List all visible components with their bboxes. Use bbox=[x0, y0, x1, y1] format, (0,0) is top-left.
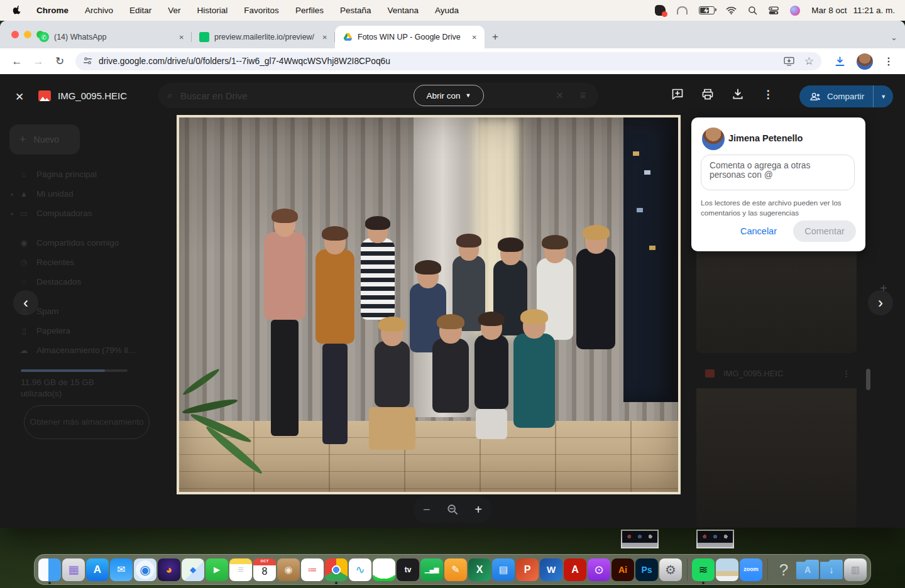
more-options-kebab-icon[interactable]: ⋮ bbox=[760, 87, 776, 102]
browser-menu-kebab-icon[interactable]: ⋮ bbox=[884, 55, 894, 67]
dock-icon-trash[interactable]: ▥ bbox=[843, 555, 867, 584]
zoom-magnifier-icon[interactable] bbox=[447, 504, 458, 515]
dock-icon-chrome[interactable] bbox=[324, 555, 348, 584]
dock-icon-applications-folder[interactable]: A bbox=[796, 555, 820, 584]
wifi-icon[interactable] bbox=[726, 6, 737, 14]
dock-icon-messages[interactable] bbox=[372, 555, 396, 584]
dock-icon-launchpad[interactable]: ▦ bbox=[62, 555, 85, 584]
bookmark-star-icon[interactable]: ☆ bbox=[804, 55, 814, 68]
print-icon[interactable] bbox=[700, 87, 715, 102]
dock-icon-zoom[interactable]: zoom bbox=[739, 555, 763, 584]
dock-icon-keynote[interactable]: ▤ bbox=[491, 555, 515, 584]
dock-icon-mail[interactable]: ✉ bbox=[109, 555, 133, 584]
desktop-screenshot-thumbnail[interactable] bbox=[621, 530, 659, 548]
tab-whatsapp[interactable]: (14) WhatsApp✕ bbox=[31, 26, 192, 48]
dock-icon-photoshop[interactable]: Ps bbox=[635, 555, 659, 584]
reload-button[interactable]: ↻ bbox=[49, 55, 70, 68]
share-dropdown-caret-icon[interactable]: ▼ bbox=[874, 85, 893, 107]
dock-icon-pages[interactable]: ✎ bbox=[444, 555, 468, 584]
back-button[interactable]: ← bbox=[6, 55, 28, 68]
profile-avatar[interactable] bbox=[857, 53, 873, 70]
menubar-item[interactable]: Editar bbox=[121, 6, 160, 15]
menubar-item[interactable]: Historial bbox=[189, 6, 236, 15]
dock-icon-spotify[interactable]: ≋ bbox=[691, 555, 715, 584]
window-close-button[interactable] bbox=[11, 31, 19, 38]
new-tab-button[interactable]: + bbox=[492, 31, 498, 43]
previous-photo-button[interactable]: ‹ bbox=[13, 290, 38, 315]
open-with-button[interactable]: Abrir con ▼ bbox=[414, 85, 484, 106]
sidebar-item-label: Almacenamiento (79% ll… bbox=[36, 346, 136, 355]
dock-icon-excel[interactable]: X bbox=[468, 555, 491, 584]
zoom-in-plus-icon[interactable]: + bbox=[474, 503, 482, 517]
menubar-item[interactable]: Ayuda bbox=[427, 6, 467, 15]
install-app-icon[interactable] bbox=[784, 57, 794, 66]
comment-submit-button[interactable]: Comentar bbox=[793, 220, 856, 242]
dock-icon-contacts[interactable]: ◉ bbox=[277, 555, 300, 584]
search-filter-icon: ⩸ bbox=[580, 90, 586, 101]
tab-close-icon[interactable]: ✕ bbox=[178, 33, 185, 42]
download-icon[interactable] bbox=[730, 87, 745, 102]
menubar-item[interactable]: Ver bbox=[160, 6, 189, 15]
menubar-item[interactable]: Pestaña bbox=[332, 6, 380, 15]
dock-icon-word[interactable]: W bbox=[539, 555, 563, 584]
cancel-button[interactable]: Cancelar bbox=[740, 226, 777, 236]
share-button[interactable]: Compartir ▼ bbox=[799, 85, 893, 107]
tab-mailerlite[interactable]: preview.mailerlite.io/preview/✕ bbox=[192, 26, 335, 48]
dock-icon-numbers[interactable]: ▁▄▆ bbox=[420, 555, 444, 584]
apple-menu-icon[interactable] bbox=[13, 5, 22, 16]
dock-icon-podcasts[interactable]: ⊙ bbox=[587, 555, 611, 584]
dock-icon-facetime[interactable]: ▶ bbox=[205, 555, 229, 584]
dock-icon-preview-photo[interactable] bbox=[715, 555, 739, 584]
menubar-arch-app-icon[interactable] bbox=[677, 6, 688, 14]
siri-icon[interactable] bbox=[790, 6, 800, 16]
close-preview-icon[interactable]: ✕ bbox=[14, 89, 25, 105]
menubar-item[interactable]: Ventana bbox=[379, 6, 427, 15]
dock-icon-safari[interactable]: ◉ bbox=[133, 555, 157, 584]
menubar-clock[interactable]: Mar 8 oct 11:21 a. m. bbox=[811, 6, 895, 15]
add-comment-icon[interactable] bbox=[670, 87, 685, 102]
sidebar-item-label: Recientes bbox=[36, 258, 74, 267]
dock-icon-illustrator[interactable]: Ai bbox=[611, 555, 635, 584]
dock-icon-system-settings[interactable]: ⚙ bbox=[659, 555, 683, 584]
menubar-item[interactable]: Favoritos bbox=[236, 6, 287, 15]
url-text: drive.google.com/drive/u/0/folders/1--7i… bbox=[99, 57, 777, 66]
next-photo-button[interactable]: › bbox=[868, 290, 893, 315]
drive-favicon-icon bbox=[343, 32, 353, 42]
sidebar-item-my-drive: ▸▲Mi unidad bbox=[0, 184, 157, 204]
forward-button[interactable]: → bbox=[28, 55, 49, 68]
spotlight-icon[interactable] bbox=[748, 6, 757, 15]
zoom-out-minus-icon[interactable]: − bbox=[423, 503, 431, 517]
tab-drive[interactable]: Fotos WIN UP - Google Drive✕ bbox=[335, 26, 485, 48]
tab-search-chevron-icon[interactable]: ⌄ bbox=[891, 33, 897, 42]
sidebar-item-home: ⌂Página principal bbox=[0, 165, 157, 184]
menubar-notification-app-icon[interactable] bbox=[655, 5, 666, 16]
dock-icon-powerpoint[interactable]: P bbox=[515, 555, 539, 584]
window-minimize-button[interactable] bbox=[24, 31, 31, 38]
tab-close-icon[interactable]: ✕ bbox=[321, 33, 329, 42]
address-bar[interactable]: drive.google.com/drive/u/0/folders/1--7i… bbox=[75, 52, 821, 70]
site-settings-icon[interactable] bbox=[83, 57, 92, 66]
desktop-screenshot-thumbnail[interactable] bbox=[696, 530, 734, 548]
dock-icon-downloads-folder[interactable]: ↓ bbox=[820, 555, 843, 584]
control-center-icon[interactable] bbox=[769, 6, 779, 15]
battery-icon[interactable] bbox=[699, 6, 715, 14]
dock-icon-firefox[interactable]: ◕ bbox=[157, 555, 181, 584]
comment-input[interactable] bbox=[701, 155, 854, 190]
downloads-icon[interactable] bbox=[834, 56, 846, 67]
tab-close-icon[interactable]: ✕ bbox=[471, 33, 478, 42]
dock-icon-finder[interactable] bbox=[38, 555, 62, 584]
dock-icon-notes[interactable]: ≡ bbox=[229, 555, 253, 584]
dock-icon-reminders[interactable]: ≔ bbox=[300, 555, 324, 584]
dock-icon-app-store[interactable]: A bbox=[85, 555, 109, 584]
menubar-item[interactable]: Perfiles bbox=[287, 6, 332, 15]
storage-cloud-icon: ☁ bbox=[18, 346, 30, 355]
dock-icon-missing-app[interactable]: ? bbox=[772, 555, 796, 584]
dock-icon-apple-tv[interactable]: tv bbox=[396, 555, 420, 584]
dock-icon-calendar[interactable]: OCT8 bbox=[253, 555, 277, 584]
sidebar-item-label: Compartidos conmigo bbox=[36, 238, 119, 248]
dock-icon-freeform[interactable]: ∿ bbox=[348, 555, 372, 584]
menubar-app-name[interactable]: Chrome bbox=[28, 6, 77, 15]
menubar-item[interactable]: Archivo bbox=[77, 6, 121, 15]
dock-icon-maps[interactable]: ◆ bbox=[181, 555, 205, 584]
dock-icon-acrobat[interactable]: A bbox=[563, 555, 587, 584]
